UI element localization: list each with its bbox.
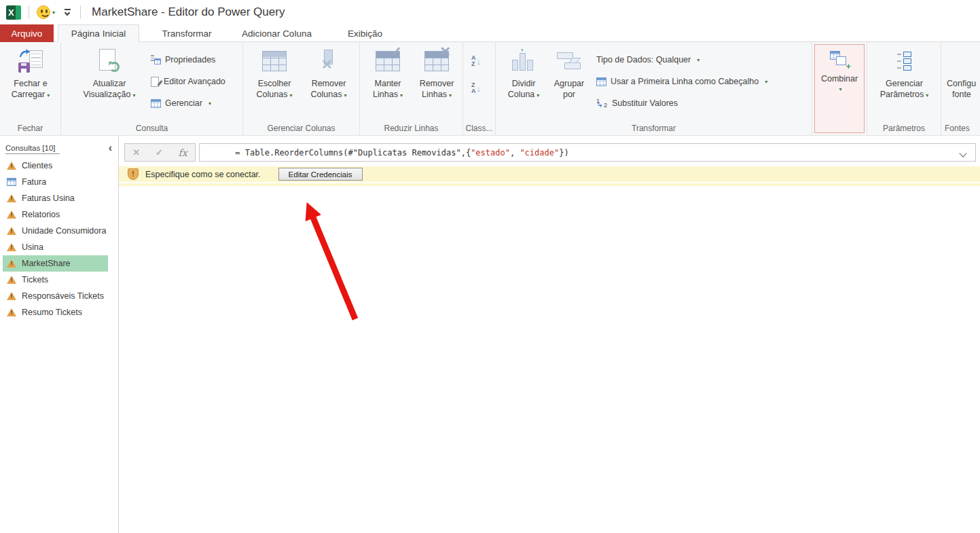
choose-columns-button[interactable]: Escolher Colunas▾	[249, 47, 300, 101]
dropdown-caret-icon: ▾	[344, 92, 346, 98]
sort-za-icon: ZA ↓	[471, 82, 481, 94]
warning-message: Especifique como se conectar.	[145, 170, 261, 179]
dropdown-caret-icon: ▾	[132, 92, 135, 98]
group-label-classificar: Class...	[463, 124, 495, 133]
tab-exibicao[interactable]: Exibição	[336, 24, 394, 42]
group-label-fechar: Fechar	[0, 124, 60, 133]
remove-rows-icon: ✕	[424, 51, 449, 71]
keep-rows-icon: ✓	[376, 51, 400, 71]
excel-icon: X	[6, 5, 21, 20]
query-item-relatorios[interactable]: ! Relatorios	[3, 206, 108, 223]
excel-icon-letter: X	[6, 7, 14, 18]
dropdown-caret-icon: ▾	[208, 100, 211, 107]
remove-rows-button[interactable]: ✕ Remover Linhas▾	[413, 47, 460, 101]
replace-values-button[interactable]: 1 ↳ 2 Substituir Valores	[596, 96, 678, 110]
query-item-usina[interactable]: ! Usina	[3, 239, 108, 255]
warning-icon: !	[7, 292, 16, 300]
query-item-fatura[interactable]: Fatura	[3, 174, 108, 190]
warning-icon: !	[7, 210, 16, 219]
close-and-load-icon	[18, 49, 43, 73]
query-item-tickets[interactable]: ! Tickets	[3, 272, 108, 288]
group-label-transformar: Transformar	[496, 124, 812, 133]
manage-parameters-button[interactable]: Gerenciar Parâmetros▾	[874, 47, 934, 101]
remove-columns-button[interactable]: ✕ Remover Colunas▾	[303, 47, 355, 101]
refresh-preview-button[interactable]: Atualizar Visualização▾	[73, 47, 145, 101]
dropdown-caret-icon: ▾	[400, 92, 403, 98]
query-item-unidade-consumidora[interactable]: ! Unidade Consumidora	[3, 223, 108, 239]
query-item-clientes[interactable]: ! Clientes	[3, 158, 108, 174]
edit-credentials-button[interactable]: Editar Credenciais	[278, 168, 363, 181]
ribbon-group-fechar: Fechar e Carregar▾ Fechar	[0, 42, 61, 135]
warning-icon: !	[7, 308, 16, 316]
data-source-settings-button[interactable]: Configu fonte	[947, 47, 980, 100]
tab-transformar[interactable]: Transformar	[153, 24, 221, 42]
queries-sidebar: Consultas [10] ‹ ! Clientes Fatura ! Fat…	[0, 136, 119, 533]
dropdown-caret-icon: ▾	[839, 86, 841, 92]
tab-adicionar-coluna[interactable]: Adicionar Coluna	[234, 24, 319, 42]
split-column-icon: ▾	[512, 50, 535, 72]
refresh-preview-icon	[99, 49, 120, 73]
use-first-row-as-headers-button[interactable]: Usar a Primeira Linha como Cabeçalho ▾	[596, 75, 767, 88]
collapse-sidebar-icon[interactable]: ‹	[109, 142, 112, 154]
remove-columns-icon: ✕	[317, 50, 340, 73]
warning-shield-icon: !	[128, 168, 139, 180]
fx-icon[interactable]: fx	[179, 147, 187, 158]
choose-columns-icon	[262, 51, 287, 71]
manage-table-icon	[151, 99, 161, 108]
warning-icon: !	[7, 276, 16, 284]
sort-ascending-button[interactable]: AZ ↓	[471, 54, 481, 68]
group-label-fontes: Fontes	[941, 124, 980, 133]
warning-icon: !	[7, 243, 16, 251]
dropdown-caret-icon: ▾	[47, 92, 50, 98]
data-type-button[interactable]: Tipo de Dados: Qualquer ▾	[596, 53, 700, 67]
dropdown-caret-icon: ▾	[537, 92, 539, 98]
formula-input[interactable]: = Table.ReorderColumns(#"Duplicatas Remo…	[199, 143, 976, 162]
ribbon-group-parametros: Gerenciar Parâmetros▾ Parâmetros	[867, 42, 941, 135]
ribbon: Fechar e Carregar▾ Fechar Atualizar Visu…	[0, 42, 980, 136]
smiley-feedback-icon[interactable]	[37, 5, 50, 19]
expand-formula-bar-icon[interactable]	[959, 149, 966, 157]
ribbon-group-combinar: + Combinar ▾	[812, 42, 867, 135]
warning-icon: !	[7, 162, 16, 170]
annotation-arrow	[292, 187, 367, 329]
queries-list: ! Clientes Fatura ! Faturas Usina ! Rela…	[0, 158, 118, 320]
titlebar-separator	[80, 5, 81, 19]
warning-icon: !	[7, 227, 16, 235]
group-label-parametros: Parâmetros	[867, 124, 941, 133]
group-label-consulta: Consulta	[61, 124, 242, 133]
cancel-formula-icon[interactable]: ✕	[132, 147, 140, 158]
query-item-marketshare-selected[interactable]: ! MarketShare	[3, 255, 108, 272]
sort-descending-button[interactable]: ZA ↓	[471, 81, 481, 95]
query-item-resumo-tickets[interactable]: ! Resumo Tickets	[3, 304, 108, 320]
ribbon-group-consulta: Atualizar Visualização▾ Propriedades Edi…	[61, 42, 243, 135]
manage-button[interactable]: Gerenciar ▾	[151, 96, 211, 110]
titlebar-separator	[29, 5, 29, 19]
commit-formula-icon[interactable]: ✓	[156, 147, 163, 158]
ribbon-group-gerenciar-colunas: Escolher Colunas▾ ✕ Remover Colunas▾ Ger…	[243, 42, 360, 135]
ribbon-group-fontes: Configu fonte Fontes	[941, 42, 980, 135]
close-and-load-button[interactable]: Fechar e Carregar▾	[4, 47, 57, 101]
keep-rows-button[interactable]: ✓ Manter Linhas▾	[364, 47, 412, 101]
replace-values-icon: 1 ↳ 2	[596, 98, 608, 109]
combine-button[interactable]: + Combinar ▾	[814, 44, 865, 133]
tab-arquivo[interactable]: Arquivo	[0, 24, 54, 42]
tab-pagina-inicial[interactable]: Página Inicial	[58, 24, 139, 43]
advanced-editor-button[interactable]: Editor Avançado	[151, 75, 225, 88]
ribbon-group-reduzir-linhas: ✓ Manter Linhas▾ ✕ Remover Linhas▾ Reduz…	[360, 42, 463, 135]
query-item-faturas-usina[interactable]: ! Faturas Usina	[3, 190, 108, 206]
group-by-button[interactable]: Agrupar por	[547, 47, 591, 100]
title-bar: X ▾ MarketShare - Editor do Power Query	[0, 0, 980, 24]
formula-string-literal: "estado"	[471, 148, 510, 158]
warning-bar-underline	[119, 183, 980, 186]
dropdown-caret-icon: ▾	[449, 92, 452, 98]
window-title: MarketShare - Editor do Power Query	[92, 5, 285, 19]
query-item-responsaveis-tickets[interactable]: ! Responsáveis Tickets	[3, 288, 108, 304]
group-label-reduzir-linhas: Reduzir Linhas	[360, 124, 462, 133]
quick-access-toolbar-dropdown-icon[interactable]	[63, 8, 73, 16]
smiley-dropdown-caret-icon[interactable]: ▾	[52, 10, 55, 16]
properties-button[interactable]: Propriedades	[151, 53, 215, 67]
warning-icon: !	[7, 194, 16, 202]
formula-string-literal: "cidade"	[520, 148, 559, 158]
combine-icon: +	[830, 51, 849, 69]
split-column-button[interactable]: ▾ Dividir Coluna▾	[503, 47, 545, 101]
